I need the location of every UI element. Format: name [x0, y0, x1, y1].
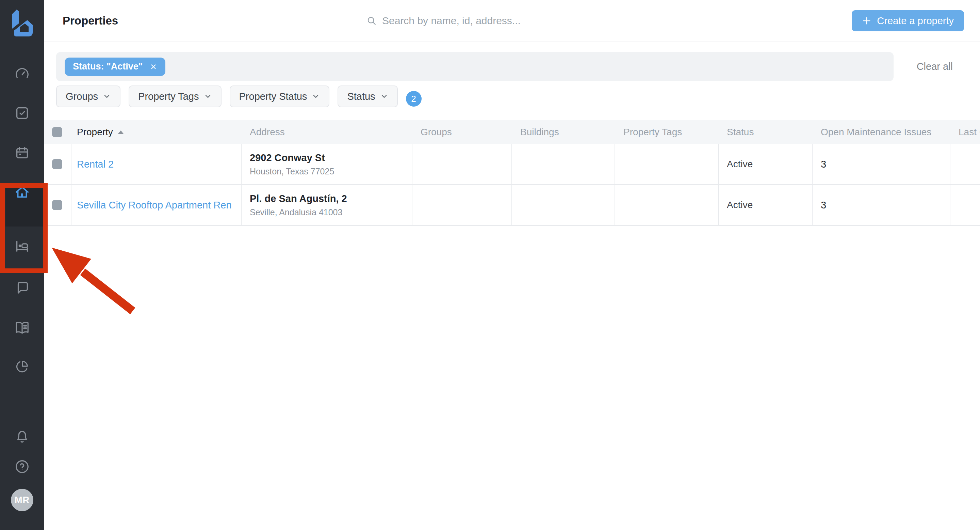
help-circle-icon	[14, 459, 30, 474]
column-header-groups[interactable]: Groups	[412, 120, 512, 144]
address-cell: 2902 Conway St Houston, Texas 77025	[242, 144, 412, 184]
filter-chip-label: Status: "Active"	[73, 61, 143, 72]
create-property-button[interactable]: Create a property	[852, 10, 964, 31]
notifications-button[interactable]	[0, 429, 44, 444]
filter-dropdown-groups[interactable]: Groups	[56, 86, 121, 107]
table-header-row: Property Address Groups Buildings Proper…	[44, 120, 980, 144]
buildium-logo-icon	[11, 10, 34, 38]
open-maintenance-issues-cell: 3	[813, 144, 950, 184]
properties-table: Property Address Groups Buildings Proper…	[44, 120, 980, 226]
top-bar: Properties Create a property	[44, 0, 980, 42]
filter-chip-status-active[interactable]: Status: "Active"	[65, 57, 165, 76]
last-c-cell	[950, 185, 980, 225]
gauge-icon	[14, 65, 30, 81]
chevron-down-icon	[380, 92, 388, 101]
pie-chart-icon	[14, 359, 30, 375]
clear-all-button[interactable]: Clear all	[917, 61, 953, 72]
sidebar: MR	[0, 0, 44, 530]
sidebar-item-messages[interactable]	[0, 279, 44, 295]
column-header-last-c[interactable]: Last C	[950, 120, 980, 144]
app-logo[interactable]	[11, 10, 34, 38]
remove-filter-icon[interactable]	[150, 63, 157, 70]
filter-dropdown-property-status[interactable]: Property Status	[230, 86, 330, 107]
avatar[interactable]: MR	[11, 489, 33, 511]
applied-filters-bar: Status: "Active"	[56, 52, 894, 81]
address-cell: Pl. de San Agustín, 2 Seville, Andalusia…	[242, 185, 412, 225]
property-link[interactable]: Sevilla City Rooftop Apartment Ren	[77, 200, 241, 211]
row-checkbox[interactable]	[52, 200, 62, 210]
sidebar-item-tasks[interactable]	[0, 105, 44, 121]
sidebar-item-calendar[interactable]	[0, 145, 44, 160]
buildings-cell	[512, 185, 615, 225]
column-header-open-maintenance-issues[interactable]: Open Maintenance Issues	[813, 120, 950, 144]
property-link[interactable]: Rental 2	[77, 159, 241, 170]
open-maintenance-issues-cell: 3	[813, 185, 950, 225]
select-all-checkbox[interactable]	[52, 127, 62, 137]
plus-icon	[862, 16, 872, 26]
filter-dropdowns: Groups Property Tags Property Status Sta…	[56, 86, 980, 107]
property-tags-cell	[615, 185, 719, 225]
create-property-label: Create a property	[877, 15, 954, 27]
chevron-down-icon	[312, 92, 320, 101]
search-icon	[366, 16, 377, 26]
column-header-status[interactable]: Status	[719, 120, 813, 144]
book-open-icon	[14, 320, 30, 335]
bell-icon	[14, 429, 30, 444]
status-cell: Active	[719, 185, 813, 225]
row-checkbox[interactable]	[52, 159, 62, 169]
column-header-property[interactable]: Property	[72, 120, 242, 144]
chat-bubble-icon	[14, 279, 30, 295]
home-icon	[14, 185, 30, 200]
filter-dropdown-status[interactable]: Status	[337, 86, 398, 107]
table-row: Sevilla City Rooftop Apartment Ren Pl. d…	[44, 185, 980, 226]
main-content: Properties Create a property Status: "Ac…	[44, 0, 980, 530]
calendar-icon	[14, 145, 30, 160]
groups-cell	[412, 144, 512, 184]
sidebar-item-resources[interactable]	[0, 320, 44, 335]
column-header-buildings[interactable]: Buildings	[512, 120, 615, 144]
status-cell: Active	[719, 144, 813, 184]
sidebar-item-properties[interactable]	[0, 185, 44, 200]
groups-cell	[412, 185, 512, 225]
last-c-cell	[950, 144, 980, 184]
table-row: Rental 2 2902 Conway St Houston, Texas 7…	[44, 144, 980, 185]
page-title: Properties	[63, 14, 118, 27]
bed-icon	[14, 238, 30, 254]
help-button[interactable]	[0, 459, 44, 474]
sidebar-item-reports[interactable]	[0, 359, 44, 375]
sidebar-item-dashboard[interactable]	[0, 65, 44, 81]
sidebar-item-rentals[interactable]	[0, 238, 44, 254]
column-header-address[interactable]: Address	[242, 120, 412, 144]
search[interactable]	[366, 0, 559, 42]
applied-filters-count-badge[interactable]: 2	[406, 91, 422, 107]
chevron-down-icon	[103, 92, 111, 101]
filter-dropdown-property-tags[interactable]: Property Tags	[129, 86, 221, 107]
property-tags-cell	[615, 144, 719, 184]
search-input[interactable]	[382, 15, 559, 27]
column-header-property-tags[interactable]: Property Tags	[615, 120, 719, 144]
buildings-cell	[512, 144, 615, 184]
tasks-check-icon	[14, 105, 30, 121]
sort-asc-icon	[118, 131, 124, 134]
chevron-down-icon	[204, 92, 212, 101]
